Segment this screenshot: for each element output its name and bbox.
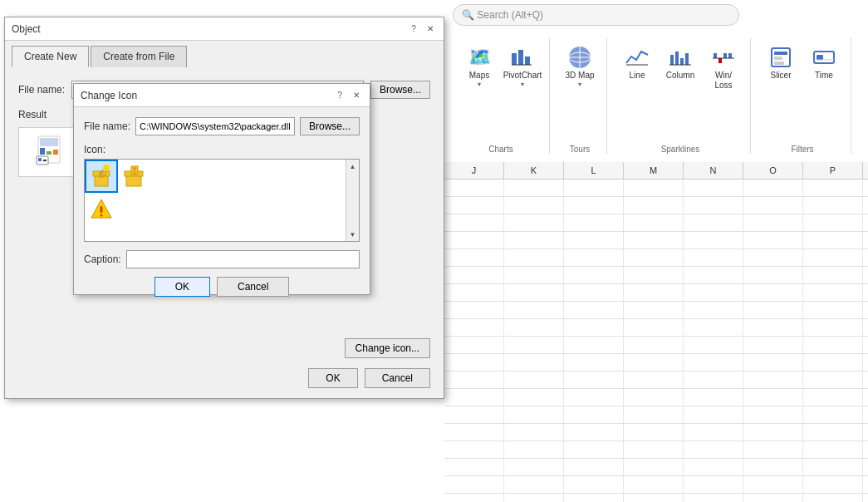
slicer-button[interactable]: Slicer — [761, 41, 801, 84]
grid-cell[interactable] — [684, 337, 743, 353]
grid-cell[interactable] — [684, 424, 743, 440]
ci-icon-item-2[interactable] — [118, 160, 151, 193]
grid-cell[interactable] — [803, 406, 863, 423]
grid-cell[interactable] — [444, 476, 504, 493]
change-icon-help[interactable]: ? — [333, 89, 346, 102]
grid-cell[interactable] — [504, 267, 564, 283]
grid-cell[interactable] — [564, 389, 624, 406]
grid-cell[interactable] — [504, 284, 564, 301]
grid-cell[interactable] — [564, 372, 624, 388]
grid-cell[interactable] — [444, 372, 504, 388]
pivotchart-button[interactable]: PivotChart ▾ — [503, 41, 542, 91]
grid-cell[interactable] — [863, 302, 868, 318]
ci-filename-input[interactable] — [135, 117, 295, 135]
grid-cell[interactable] — [564, 232, 624, 249]
grid-cell[interactable] — [504, 494, 564, 502]
grid-cell[interactable] — [684, 180, 743, 196]
grid-cell[interactable] — [624, 197, 684, 214]
grid-cell[interactable] — [803, 424, 863, 440]
grid-cell[interactable] — [803, 476, 863, 493]
ci-scrollbar[interactable]: ▲ ▼ — [346, 160, 359, 241]
grid-cell[interactable] — [684, 494, 743, 502]
grid-cell[interactable] — [743, 267, 803, 283]
grid-cell[interactable] — [504, 302, 564, 318]
grid-cell[interactable] — [564, 267, 624, 283]
grid-cell[interactable] — [624, 441, 684, 458]
grid-cell[interactable] — [504, 249, 564, 266]
grid-cell[interactable] — [863, 249, 868, 266]
winloss-button[interactable]: Win/Loss — [704, 41, 743, 94]
grid-cell[interactable] — [444, 337, 504, 353]
grid-cell[interactable] — [803, 180, 863, 196]
ci-icon-grid[interactable]: ▲ ▼ — [84, 159, 360, 242]
grid-cell[interactable] — [504, 389, 564, 406]
timeline-button[interactable]: Time — [804, 41, 844, 84]
grid-cell[interactable] — [803, 389, 863, 406]
threedmap-button[interactable]: 3D Map ▾ — [560, 41, 600, 91]
grid-cell[interactable] — [504, 372, 564, 388]
grid-cell[interactable] — [863, 406, 868, 423]
grid-cell[interactable] — [684, 214, 743, 231]
browse-button[interactable]: Browse... — [370, 81, 430, 99]
grid-cell[interactable] — [444, 214, 504, 231]
grid-cell[interactable] — [624, 476, 684, 493]
grid-cell[interactable] — [444, 284, 504, 301]
grid-cell[interactable] — [863, 494, 868, 502]
grid-cell[interactable] — [684, 197, 743, 214]
ci-scroll-down[interactable]: ▼ — [346, 228, 360, 241]
line-button[interactable]: Line — [617, 41, 657, 84]
grid-cell[interactable] — [624, 494, 684, 502]
grid-cell[interactable] — [803, 302, 863, 318]
grid-cell[interactable] — [444, 267, 504, 283]
grid-cell[interactable] — [743, 406, 803, 423]
grid-cell[interactable] — [743, 372, 803, 388]
grid-cell[interactable] — [684, 354, 743, 371]
ci-scroll-up[interactable]: ▲ — [346, 160, 360, 173]
grid-cell[interactable] — [743, 354, 803, 371]
grid-cell[interactable] — [803, 319, 863, 336]
grid-cell[interactable] — [684, 284, 743, 301]
grid-cell[interactable] — [803, 249, 863, 266]
grid-cell[interactable] — [504, 337, 564, 353]
grid-cell[interactable] — [743, 180, 803, 196]
grid-cell[interactable] — [624, 180, 684, 196]
grid-cell[interactable] — [564, 459, 624, 475]
grid-cell[interactable] — [624, 459, 684, 475]
grid-cell[interactable] — [444, 406, 504, 423]
grid-cell[interactable] — [444, 424, 504, 440]
grid-cell[interactable] — [444, 302, 504, 318]
grid-cell[interactable] — [803, 441, 863, 458]
grid-cell[interactable] — [564, 354, 624, 371]
grid-cell[interactable] — [743, 302, 803, 318]
grid-cell[interactable] — [504, 232, 564, 249]
grid-cell[interactable] — [444, 459, 504, 475]
grid-cell[interactable] — [863, 459, 868, 475]
grid-cell[interactable] — [444, 319, 504, 336]
grid-cell[interactable] — [684, 267, 743, 283]
ci-icon-item-3[interactable] — [85, 193, 118, 226]
object-dialog-help[interactable]: ? — [407, 22, 420, 36]
grid-cell[interactable] — [863, 197, 868, 214]
grid-cell[interactable] — [564, 337, 624, 353]
grid-cell[interactable] — [564, 424, 624, 440]
ci-cancel-button[interactable]: Cancel — [217, 277, 289, 297]
grid-cell[interactable] — [803, 459, 863, 475]
grid-cell[interactable] — [624, 302, 684, 318]
grid-cell[interactable] — [624, 337, 684, 353]
grid-cell[interactable] — [504, 319, 564, 336]
grid-cell[interactable] — [564, 214, 624, 231]
grid-cell[interactable] — [803, 372, 863, 388]
grid-cell[interactable] — [624, 319, 684, 336]
ci-caption-input[interactable] — [126, 250, 360, 268]
grid-cell[interactable] — [504, 180, 564, 196]
grid-cell[interactable] — [444, 249, 504, 266]
grid-cell[interactable] — [504, 406, 564, 423]
grid-cell[interactable] — [504, 459, 564, 475]
grid-cell[interactable] — [803, 337, 863, 353]
grid-cell[interactable] — [743, 284, 803, 301]
grid-cell[interactable] — [863, 424, 868, 440]
grid-cell[interactable] — [863, 372, 868, 388]
grid-cell[interactable] — [564, 494, 624, 502]
grid-cell[interactable] — [624, 406, 684, 423]
grid-cell[interactable] — [743, 249, 803, 266]
